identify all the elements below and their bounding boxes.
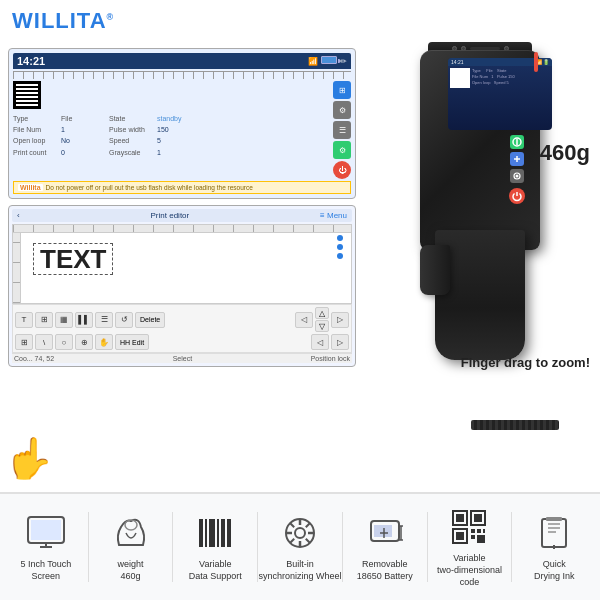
- toolbar-circle-btn[interactable]: ○: [55, 334, 73, 350]
- device-settings-btn[interactable]: [510, 169, 524, 183]
- warning-text: Do not power off or pull out the usb fla…: [46, 184, 253, 191]
- variable-data-label: VariableData Support: [189, 559, 242, 582]
- svg-line-25: [306, 539, 310, 543]
- feature-quick-ink: QuickDrying Ink: [512, 511, 596, 582]
- toolbar-lines-btn[interactable]: ☰: [95, 312, 113, 328]
- toolbar-nav-left[interactable]: ◁: [311, 334, 329, 350]
- wifi-icon: 📶: [308, 57, 318, 66]
- battery-label: Removable18650 Battery: [357, 559, 413, 582]
- toolbar-barcode-btn[interactable]: ▌▌: [75, 312, 93, 328]
- feature-variable-data: VariableData Support: [173, 511, 257, 582]
- editor-header: ‹ Print editor ≡ Menu: [12, 209, 352, 222]
- toolbar-arrow-left[interactable]: ◁: [295, 312, 313, 328]
- toolbar-row-1: T ⊞ ▦ ▌▌ ☰ ↺ Delete ◁ △ ▽ ▷: [15, 307, 349, 332]
- header: WILLITA®: [12, 8, 114, 34]
- feature-touch-screen: 5 Inch TouchScreen: [4, 511, 88, 582]
- toolbar-hand-btn[interactable]: ✋: [95, 334, 113, 350]
- brand-name: WILLITA: [12, 8, 107, 33]
- svg-point-5: [516, 175, 519, 178]
- editor-canvas[interactable]: TEXT: [12, 224, 352, 304]
- editor-menu-button[interactable]: ≡ Menu: [320, 211, 347, 220]
- editor-text-element[interactable]: TEXT: [33, 243, 113, 275]
- screen-info-table: Type File State standby File Num 1 Pulse…: [13, 113, 329, 158]
- qr-label: Variabletwo-dimensional code: [428, 553, 512, 588]
- edit-icon: ✏: [340, 57, 347, 66]
- quick-ink-label: QuickDrying Ink: [534, 559, 575, 582]
- left-panel: 14:21 📶 ✏ Type File State sta: [0, 40, 360, 490]
- table-row: File Num 1 Pulse width 150: [13, 124, 329, 135]
- svg-rect-47: [546, 517, 562, 521]
- table-row: Open loop No Speed 5: [13, 135, 329, 146]
- toolbar-crosshair-btn[interactable]: ⊕: [75, 334, 93, 350]
- screen-left-content: Type File State standby File Num 1 Pulse…: [13, 81, 329, 179]
- svg-rect-14: [209, 519, 215, 547]
- qr-code-icon: [447, 505, 491, 549]
- svg-point-19: [295, 528, 305, 538]
- svg-rect-44: [477, 535, 485, 543]
- screen-top-ui: 14:21 📶 ✏ Type File State sta: [8, 48, 356, 199]
- screen-btn-4[interactable]: ⚙: [333, 141, 351, 159]
- editor-title: Print editor: [151, 211, 190, 220]
- device-weight: 460g: [540, 140, 590, 166]
- svg-rect-36: [456, 514, 464, 522]
- screen-warning: Willita Do not power off or pull out the…: [13, 181, 351, 194]
- device-info-text: Type File State File Num 1 Pulse 150 Ope…: [472, 68, 550, 128]
- screen-right-buttons: ⊞ ⚙ ☰ ⚙ ⏻: [333, 81, 351, 179]
- toolbar-text-btn[interactable]: T: [15, 312, 33, 328]
- svg-line-27: [290, 539, 294, 543]
- device-body: 14:21 📶 🔋 Type File State File Num 1 Pul…: [420, 50, 540, 250]
- handle-dot: [337, 235, 343, 241]
- toolbar-table-btn[interactable]: ⊞: [35, 312, 53, 328]
- weight-label-text: weight460g: [118, 559, 144, 582]
- device-blue-btn[interactable]: [510, 152, 524, 166]
- svg-rect-12: [199, 519, 203, 547]
- svg-rect-17: [227, 519, 231, 547]
- handle-dot: [337, 244, 343, 250]
- screen-icons: 📶 ✏: [308, 56, 347, 66]
- toolbar-image-btn[interactable]: ▦: [55, 312, 73, 328]
- svg-line-24: [290, 523, 294, 527]
- toolbar-arrow-right[interactable]: ▷: [331, 312, 349, 328]
- warning-logo: Willita: [18, 184, 43, 191]
- sync-wheel-icon: [278, 511, 322, 555]
- toolbar-arrow-down[interactable]: ▽: [315, 320, 329, 332]
- toolbar-grid-btn[interactable]: ⊞: [15, 334, 33, 350]
- handle-dot: [337, 253, 343, 259]
- print-editor-ui: ‹ Print editor ≡ Menu TEXT T ⊞ ▦: [8, 205, 356, 367]
- editor-ruler-horizontal: [13, 225, 351, 233]
- feature-qr: Variabletwo-dimensional code: [428, 505, 512, 588]
- svg-rect-42: [477, 529, 481, 533]
- screen-header: 14:21 📶 ✏: [13, 53, 351, 69]
- device-green-btn[interactable]: [510, 135, 524, 149]
- screen-btn-3[interactable]: ☰: [333, 121, 351, 139]
- weight-icon: [109, 511, 153, 555]
- features-bar: 5 Inch TouchScreen weight460g VariableDa…: [0, 492, 600, 600]
- svg-rect-40: [456, 532, 464, 540]
- svg-rect-16: [221, 519, 225, 547]
- svg-rect-13: [205, 519, 207, 547]
- screen-btn-2[interactable]: ⚙: [333, 101, 351, 119]
- device-power-btn[interactable]: [509, 188, 525, 204]
- device-qr: [450, 68, 470, 88]
- svg-rect-15: [217, 519, 219, 547]
- screen-power-btn[interactable]: ⏻: [333, 161, 351, 179]
- toolbar-delete-btn[interactable]: Delete: [135, 312, 165, 328]
- toolbar-edit-btn[interactable]: HH Edit: [115, 334, 149, 350]
- brand-logo: WILLITA®: [12, 8, 114, 34]
- table-header-row: Type File State standby: [13, 113, 329, 124]
- finger-drag-text: Finger drag to zoom!: [461, 355, 590, 370]
- editor-coordinates: Coo... 74, 52: [14, 355, 54, 362]
- screen-btn-1[interactable]: ⊞: [333, 81, 351, 99]
- toolbar-line-btn[interactable]: \: [35, 334, 53, 350]
- device-red-accent: [534, 52, 538, 72]
- svg-line-26: [306, 523, 310, 527]
- feature-sync-wheel: Built-insynchronizing Wheel: [258, 511, 342, 582]
- editor-back-icon: ‹: [17, 211, 20, 220]
- svg-rect-43: [471, 535, 475, 539]
- toolbar-arrow-up[interactable]: △: [315, 307, 329, 319]
- toolbar-rotate-btn[interactable]: ↺: [115, 312, 133, 328]
- device-screen-content: Type File State File Num 1 Pulse 150 Ope…: [448, 66, 552, 130]
- svg-rect-38: [474, 514, 482, 522]
- toolbar-nav-right[interactable]: ▷: [331, 334, 349, 350]
- battery-display: [321, 56, 337, 66]
